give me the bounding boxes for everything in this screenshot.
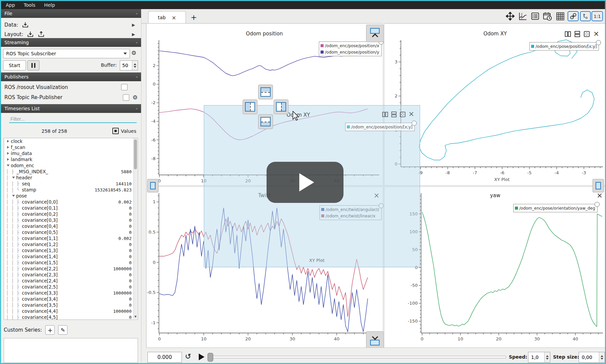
tree-row[interactable]: │ │ ├ covariance[4,4]1000000 bbox=[4, 308, 138, 314]
move-tool-icon[interactable] bbox=[505, 11, 515, 21]
tree-row[interactable]: │ │ ├ covariance[1,2]0 bbox=[4, 241, 138, 247]
fullscreen-icon[interactable] bbox=[583, 31, 590, 37]
custom-series-list[interactable] bbox=[4, 338, 138, 363]
tree-row[interactable]: │ │ ├ covariance[0,2]0 bbox=[4, 211, 138, 217]
add-custom-series-button[interactable]: + bbox=[45, 325, 55, 335]
time-display[interactable]: 0.000 bbox=[147, 352, 182, 363]
tree-row[interactable]: │ header bbox=[4, 175, 138, 181]
play-button[interactable] bbox=[199, 354, 204, 360]
spin-arrows[interactable] bbox=[132, 61, 138, 70]
tree-row[interactable]: │ │ ├ covariance[2,5]0 bbox=[4, 284, 138, 290]
tree-row[interactable]: │ │ ├ covariance[3,3]1000000 bbox=[4, 290, 138, 296]
tree-row[interactable]: │ │ ├ covariance[0,0]0.002 bbox=[4, 199, 138, 205]
tree-row[interactable]: odom_enc bbox=[4, 162, 138, 169]
buffer-spinbox[interactable]: 50 bbox=[120, 60, 138, 70]
tab-close-icon[interactable]: × bbox=[172, 14, 176, 21]
rosout-checkbox[interactable] bbox=[121, 84, 128, 90]
tree-row[interactable]: │ │ ├ covariance[0,3]0 bbox=[4, 217, 138, 223]
republisher-checkbox[interactable] bbox=[123, 94, 129, 101]
load-layout-icon[interactable] bbox=[27, 31, 34, 38]
tree-row[interactable]: │ │ ├ covariance[3,5]0 bbox=[4, 302, 138, 308]
section-header-file[interactable]: File - bbox=[1, 9, 141, 18]
data-expand-arrow[interactable]: ▶ bbox=[132, 23, 135, 27]
tree-row[interactable]: │ │ ├ covariance[3,4]0 bbox=[4, 296, 138, 302]
dock-bottom-indicator[interactable] bbox=[258, 114, 273, 129]
layout-expand-arrow[interactable]: ▶ bbox=[132, 32, 135, 37]
collapse-icon[interactable]: - bbox=[136, 74, 138, 80]
start-button[interactable]: Start bbox=[3, 60, 26, 70]
odom-position-legend[interactable]: /odom_enc/pose/position/x /odom_enc/pose… bbox=[319, 41, 382, 56]
tree-row[interactable]: │ │ ├ covariance[1,5]0 bbox=[4, 260, 138, 266]
tree-row[interactable]: imu_data bbox=[4, 150, 138, 156]
tree-row[interactable]: │ │ ├ seq144110 bbox=[4, 181, 138, 187]
collapse-icon[interactable]: - bbox=[136, 10, 138, 17]
dock-edge-top-indicator[interactable] bbox=[366, 25, 384, 42]
filter-input[interactable] bbox=[9, 116, 137, 123]
dock-left-indicator[interactable] bbox=[243, 99, 257, 114]
close-plot-icon[interactable]: × bbox=[593, 30, 600, 37]
spin-arrows[interactable] bbox=[544, 352, 550, 362]
time-offset-tool-icon[interactable]: to bbox=[580, 11, 591, 21]
datetime-tool-icon[interactable] bbox=[542, 11, 552, 21]
tree-row[interactable]: f_scan bbox=[4, 144, 138, 150]
tree-row[interactable]: │ │ ├ covariance[0,4]0 bbox=[4, 223, 138, 229]
legend-handle[interactable] bbox=[595, 202, 600, 207]
load-data-icon[interactable] bbox=[22, 21, 29, 29]
ratio-tool-icon[interactable]: 1:1 bbox=[591, 11, 603, 21]
close-yaw-icon[interactable]: × bbox=[596, 192, 603, 199]
dock-edge-left-indicator[interactable] bbox=[147, 179, 159, 192]
dock-edge-bottom-indicator[interactable] bbox=[366, 331, 384, 349]
collapse-icon[interactable]: - bbox=[136, 105, 138, 112]
tree-row[interactable]: │ │ └ stamp1532618545.823 bbox=[4, 187, 138, 193]
tree-row[interactable]: │ │ ├ covariance[2,3]0 bbox=[4, 272, 138, 278]
tree-row[interactable]: landmark bbox=[4, 156, 138, 162]
list-tool-icon[interactable] bbox=[530, 11, 540, 21]
time-slider[interactable] bbox=[209, 356, 506, 358]
spin-arrows[interactable] bbox=[599, 352, 605, 362]
tree-row[interactable]: │ │ ├ covariance[0,5]0 bbox=[4, 229, 138, 235]
tree-row[interactable]: │ │ ├ covariance[2,4]0 bbox=[4, 278, 138, 284]
tree-row[interactable]: │ ├ _MSG_INDEX_5880 bbox=[4, 169, 138, 175]
streaming-source-combo[interactable]: ROS Topic Subscriber bbox=[3, 49, 130, 58]
tree-row[interactable]: │ │ ├ covariance[4,5]0 bbox=[4, 314, 138, 320]
tree-row[interactable]: │ │ ├ covariance[1,1]0.002 bbox=[4, 235, 138, 241]
add-tab-button[interactable]: + bbox=[191, 13, 197, 22]
time-slider-handle[interactable] bbox=[208, 353, 213, 362]
dock-edge-right-indicator[interactable] bbox=[593, 179, 604, 192]
section-header-streaming[interactable]: Streaming - bbox=[1, 38, 141, 47]
menu-tools[interactable]: Tools bbox=[24, 2, 35, 8]
tree-row[interactable]: │ │ ├ covariance[1,3]0 bbox=[4, 247, 138, 253]
split-horizontal-icon[interactable] bbox=[564, 31, 571, 37]
link-ranges-tool-icon[interactable] bbox=[568, 11, 579, 21]
loop-button[interactable]: ↻ bbox=[185, 352, 191, 361]
menu-help[interactable]: Help bbox=[44, 2, 55, 8]
scroll-down-arrow[interactable]: ▼ bbox=[134, 315, 137, 318]
tree-row[interactable]: │ │ ├ covariance[2,2]1000000 bbox=[4, 266, 138, 272]
dock-top-indicator[interactable] bbox=[258, 85, 273, 99]
tree-row[interactable]: clock bbox=[4, 138, 138, 144]
tree-row[interactable]: │ pose bbox=[4, 193, 138, 199]
values-checkbox[interactable] bbox=[112, 128, 119, 134]
tree-scrollbar[interactable]: ▼ bbox=[133, 138, 137, 319]
menu-app[interactable]: App bbox=[6, 2, 15, 8]
section-header-publishers[interactable]: Publishers - bbox=[1, 72, 141, 81]
collapse-icon[interactable]: - bbox=[136, 39, 138, 46]
yaw-legend[interactable]: /odom_enc/pose/orientation/yaw_deg bbox=[513, 204, 598, 212]
dock-right-indicator[interactable] bbox=[274, 99, 288, 114]
save-layout-icon[interactable] bbox=[37, 31, 45, 38]
tree-row[interactable]: │ │ ├ covariance[1,4]0 bbox=[4, 253, 138, 260]
speed-spinbox[interactable]: 1,0 bbox=[528, 352, 550, 363]
step-size-spinbox[interactable]: 0,00 bbox=[579, 352, 605, 363]
tree-row[interactable]: │ │ ├ covariance[0,1]0 bbox=[4, 205, 138, 211]
split-vertical-icon[interactable] bbox=[574, 31, 581, 37]
timeseries-tree[interactable]: clockf_scanimu_datalandmarkodom_enc│ ├ _… bbox=[4, 138, 138, 320]
pause-button[interactable] bbox=[27, 60, 39, 70]
video-play-button[interactable] bbox=[267, 162, 343, 203]
tab-active[interactable]: tab × bbox=[148, 11, 186, 24]
tree-scrollbar-thumb[interactable] bbox=[134, 140, 137, 169]
odom-xy-legend[interactable]: /odom_enc/pose/position/[x;y] bbox=[529, 42, 599, 51]
tracker-tool-icon[interactable] bbox=[518, 11, 528, 21]
grid-tool-icon[interactable] bbox=[555, 11, 565, 21]
streaming-settings-gear-icon[interactable]: ⚙ bbox=[131, 50, 136, 56]
edit-custom-series-button[interactable]: ✎ bbox=[58, 325, 67, 335]
